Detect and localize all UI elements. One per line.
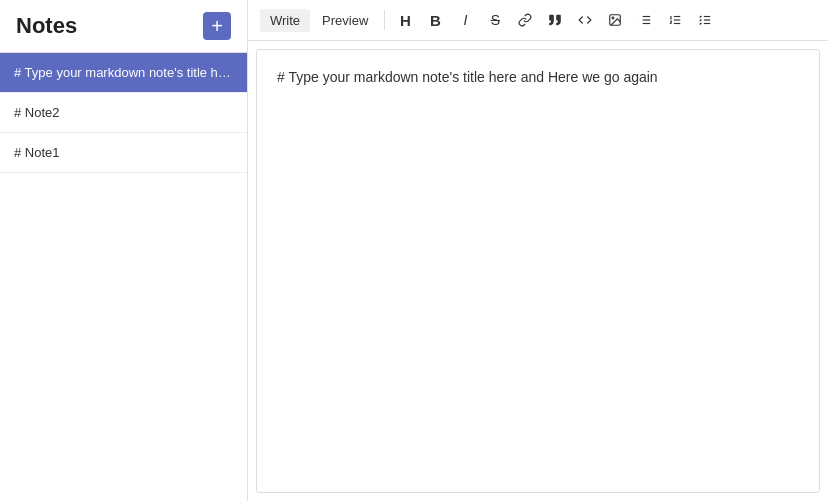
sidebar: Notes + # Type your markdown note's titl… — [0, 0, 248, 501]
italic-icon[interactable]: I — [451, 6, 479, 34]
ul-icon[interactable] — [631, 6, 659, 34]
editor-toolbar: WritePreviewHBIS — [248, 0, 828, 41]
quote-icon[interactable] — [541, 6, 569, 34]
note-item[interactable]: # Note2 — [0, 93, 247, 133]
image-icon[interactable] — [601, 6, 629, 34]
code-icon[interactable] — [571, 6, 599, 34]
tab-write[interactable]: Write — [260, 9, 310, 32]
heading-icon[interactable]: H — [391, 6, 419, 34]
editor-content[interactable] — [256, 49, 820, 493]
strikethrough-icon[interactable]: S — [481, 6, 509, 34]
svg-point-1 — [612, 17, 614, 19]
toolbar-divider — [384, 10, 385, 30]
task-icon[interactable] — [691, 6, 719, 34]
add-note-button[interactable]: + — [203, 12, 231, 40]
note-item[interactable]: # Note1 — [0, 133, 247, 173]
notes-list: # Type your markdown note's title here a… — [0, 53, 247, 501]
tab-preview[interactable]: Preview — [312, 9, 378, 32]
sidebar-header: Notes + — [0, 0, 247, 53]
sidebar-title: Notes — [16, 13, 77, 39]
note-item[interactable]: # Type your markdown note's title here a… — [0, 53, 247, 93]
link-icon[interactable] — [511, 6, 539, 34]
editor-area: WritePreviewHBIS — [248, 0, 828, 501]
bold-icon[interactable]: B — [421, 6, 449, 34]
ol-icon[interactable] — [661, 6, 689, 34]
